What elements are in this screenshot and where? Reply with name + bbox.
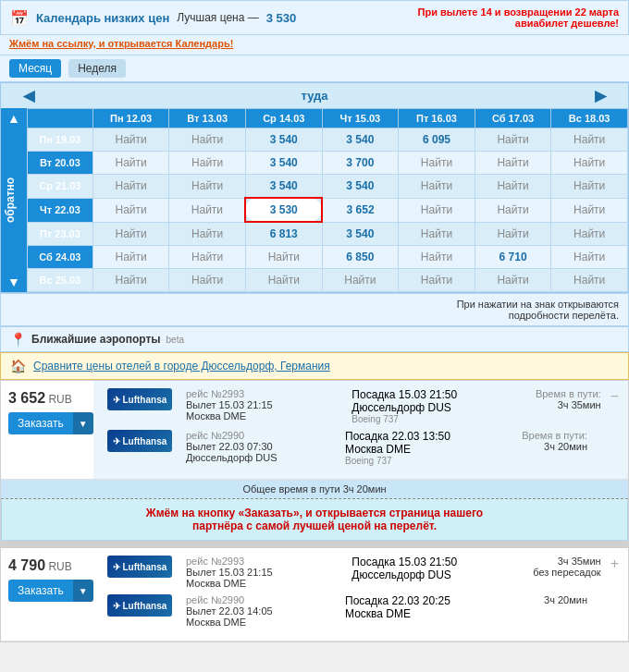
cell-3-0[interactable]: Найти [92,198,169,222]
order-button-0[interactable]: Заказать [8,412,73,434]
order-arrow-0[interactable]: ▼ [73,412,93,434]
tab-bar: Месяц Неделя [0,55,629,82]
airline-logo-1-0: ✈ Lufthansa [103,556,177,578]
cell-1-6[interactable]: Найти [551,152,628,175]
cell-5-3[interactable]: 6 850 [322,246,399,269]
arrive-info-1-1: Посадка 22.03 20:25 Москва DME [345,594,495,620]
row-up-arrow[interactable]: ▲ [1,108,27,128]
calendar-annotation: При нажатии на знак открываютсяподробнос… [457,299,619,321]
col-header-5: Сб 17.03 [475,109,551,128]
cell-4-6[interactable]: Найти [551,222,628,246]
cell-3-6[interactable]: Найти [551,198,628,222]
cell-6-2[interactable]: Найти [245,269,322,292]
flight-info-1-0: рейс №2993 Вылет 15.03 21:15 Москва DME [186,556,342,589]
cell-4-3[interactable]: 3 540 [322,222,399,246]
tab-month[interactable]: Месяц [9,59,61,78]
flight-block-1: 4 790 RUB Заказать ▼ ✈ Lufthansa рейс №2… [0,547,629,642]
order-arrow-1[interactable]: ▼ [73,580,93,602]
cell-4-5[interactable]: Найти [475,222,551,246]
row-header-6: Вс 25.03 [28,269,93,292]
cell-5-2[interactable]: Найти [245,246,322,269]
depart-info-0-1: Вылет 22.03 07:30 Дюссельдорф DUS [186,441,336,463]
cell-2-2[interactable]: 3 540 [245,175,322,199]
cell-1-4[interactable]: Найти [399,152,475,175]
row-down-arrow[interactable]: ▼ [1,272,27,292]
cell-0-6[interactable]: Найти [551,128,628,152]
cell-3-3[interactable]: 3 652 [322,198,399,222]
cell-4-4[interactable]: Найти [399,222,475,246]
arrive-info-0-1: Посадка 22.03 13:50 Москва DME Boeing 73… [345,430,495,466]
cell-3-5[interactable]: Найти [475,198,551,222]
cell-0-1[interactable]: Найти [169,128,246,152]
cell-5-0[interactable]: Найти [92,246,169,269]
cell-2-0[interactable]: Найти [92,175,169,199]
beta-label: beta [166,335,184,345]
prev-arrow[interactable]: ◀ [5,87,53,104]
flight-info-0-0: рейс №2993 Вылет 15.03 21:15 Москва DME [186,388,342,422]
cell-3-1[interactable]: Найти [169,198,246,222]
cell-0-3[interactable]: 3 540 [322,128,399,152]
cell-5-5[interactable]: 6 710 [475,246,551,269]
flight-segment-0-1: ✈ Lufthansa рейс №2990 Вылет 22.03 07:30… [103,430,619,466]
location-icon: 📍 [10,332,26,347]
col-header-4: Пт 16.03 [399,109,475,128]
cell-6-3[interactable]: Найти [322,269,399,292]
hotel-link[interactable]: Сравните цены отелей в городе Дюссельдор… [33,360,330,373]
depart-info-1-1: Вылет 22.03 14:05 Москва DME [186,605,336,628]
price-currency-0: RUB [48,393,71,406]
cell-1-3[interactable]: 3 700 [322,152,399,175]
cell-2-5[interactable]: Найти [475,175,551,199]
cell-6-4[interactable]: Найти [399,269,475,292]
cell-4-0[interactable]: Найти [92,222,169,246]
cell-6-0[interactable]: Найти [92,269,169,292]
results-section: 3 652 RUB Заказать ▼ ✈ Lufthansa рейс №2… [0,380,629,642]
cell-0-2[interactable]: 3 540 [245,128,322,152]
price-display-0: 3 652 RUB [8,390,72,407]
toggle-button-1[interactable]: + [610,556,619,572]
cell-0-0[interactable]: Найти [92,128,169,152]
tab-week[interactable]: Неделя [68,59,126,78]
annotation-line2: авиабилет дешевле! [418,18,619,29]
toggle-col-1: + [610,556,619,572]
airline-logo-1-1: ✈ Lufthansa [103,594,177,617]
header-annotation: При вылете 14 и возвращении 22 марта ави… [418,6,619,29]
cell-1-1[interactable]: Найти [169,152,246,175]
cell-1-0[interactable]: Найти [92,152,169,175]
flight-segment-1-1: ✈ Lufthansa рейс №2990 Вылет 22.03 14:05… [103,594,619,628]
order-button-1[interactable]: Заказать [8,580,73,602]
row-header-0: Пн 19.03 [28,128,93,152]
cell-0-5[interactable]: Найти [475,128,551,152]
cell-5-4[interactable]: Найти [399,246,475,269]
flight-info-0-1: рейс №2990 Вылет 22.03 07:30 Дюссельдорф… [186,430,336,463]
nearest-airports-label: Ближайшие аэропорты [31,333,161,346]
cell-2-3[interactable]: 3 540 [322,175,399,199]
cell-3-2[interactable]: 3 530 [245,198,322,222]
cell-6-5[interactable]: Найти [475,269,551,292]
toggle-button-0[interactable]: − [610,388,619,405]
next-arrow[interactable]: ▶ [576,87,624,104]
cell-2-6[interactable]: Найти [551,175,628,199]
col-header-6: Вс 18.03 [551,109,628,128]
cell-4-1[interactable]: Найти [169,222,246,246]
depart-info-1-0: Вылет 15.03 21:15 Москва DME [186,567,342,589]
depart-info-0-0: Вылет 15.03 21:15 Москва DME [186,399,342,422]
cell-2-4[interactable]: Найти [399,175,475,199]
flight-num-1-1: рейс №2990 [186,594,336,605]
cell-6-1[interactable]: Найти [169,269,246,292]
cell-0-4[interactable]: 6 095 [399,128,475,152]
cell-1-5[interactable]: Найти [475,152,551,175]
cell-1-2[interactable]: 3 540 [245,152,322,175]
cell-3-4[interactable]: Найти [399,198,475,222]
cell-5-6[interactable]: Найти [551,246,628,269]
col-header-0: Пн 12.03 [92,109,169,128]
arrive-info-1-0: Посадка 15.03 21:50 Дюссельдорф DUS [352,556,508,581]
order-btn-group-1: Заказать ▼ [8,580,93,602]
best-price-label: Лучшая цена — [177,11,258,24]
calendar-link[interactable]: Жмём на ссылку, и открывается Календарь! [9,38,233,49]
cell-4-2[interactable]: 6 813 [245,222,322,246]
airline-logo-img-0-1: ✈ Lufthansa [107,430,172,452]
calendar-icon: 📅 [10,9,29,27]
cell-2-1[interactable]: Найти [169,175,246,199]
cell-6-6[interactable]: Найти [551,269,628,292]
cell-5-1[interactable]: Найти [169,246,246,269]
